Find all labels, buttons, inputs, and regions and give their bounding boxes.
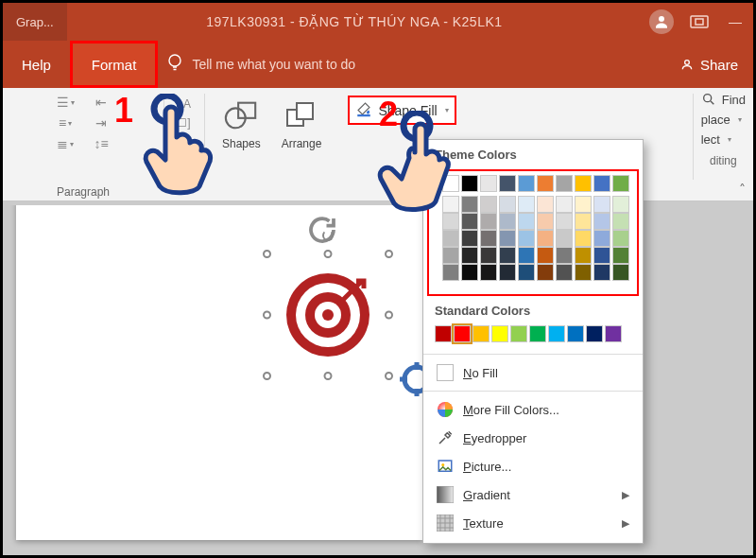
bullets-button[interactable]: ☰▾ (52, 94, 78, 111)
color-swatch[interactable] (556, 175, 573, 192)
color-swatch[interactable] (612, 213, 629, 230)
eyedropper-option[interactable]: Eyedropper (423, 424, 643, 452)
color-swatch[interactable] (472, 325, 490, 342)
color-swatch[interactable] (461, 175, 478, 192)
color-swatch[interactable] (612, 264, 629, 281)
selected-shape[interactable] (267, 254, 388, 375)
increase-indent-button[interactable]: ⇥ (88, 114, 114, 131)
color-swatch[interactable] (605, 325, 622, 342)
color-swatch[interactable] (575, 196, 592, 213)
tell-me-search[interactable]: Tell me what you want to do (167, 53, 355, 76)
picture-fill-option[interactable]: Picture... (423, 452, 643, 480)
color-swatch[interactable] (593, 175, 610, 192)
color-swatch[interactable] (593, 247, 610, 264)
color-swatch[interactable] (537, 213, 554, 230)
color-swatch[interactable] (480, 247, 497, 264)
color-swatch[interactable] (442, 247, 459, 264)
color-swatch[interactable] (575, 247, 592, 264)
rotation-handle[interactable] (322, 230, 334, 241)
align-button[interactable]: ≣▾ (52, 135, 78, 152)
color-swatch[interactable] (480, 175, 497, 192)
color-swatch[interactable] (461, 213, 478, 230)
color-swatch[interactable] (556, 230, 573, 247)
color-swatch[interactable] (537, 247, 554, 264)
color-swatch[interactable] (518, 264, 535, 281)
color-swatch[interactable] (593, 196, 610, 213)
color-swatch[interactable] (480, 196, 497, 213)
numbering-button[interactable]: ≡▾ (52, 114, 78, 131)
texture-fill-option[interactable]: Texture ▶ (423, 509, 643, 537)
no-fill-option[interactable]: No Fill (423, 358, 643, 387)
color-swatch[interactable] (499, 230, 516, 247)
color-swatch[interactable] (537, 264, 554, 281)
color-swatch[interactable] (480, 213, 497, 230)
color-swatch[interactable] (612, 230, 629, 247)
replace-button[interactable]: place▾ (701, 113, 746, 127)
find-button[interactable]: Find (701, 92, 746, 107)
color-swatch[interactable] (586, 325, 603, 342)
resize-handle[interactable] (324, 372, 333, 380)
resize-handle[interactable] (263, 311, 271, 320)
color-swatch[interactable] (461, 230, 478, 247)
color-swatch[interactable] (442, 264, 459, 281)
resize-handle[interactable] (263, 250, 271, 258)
color-swatch[interactable] (518, 196, 535, 213)
color-swatch[interactable] (442, 213, 459, 230)
color-swatch[interactable] (556, 264, 573, 281)
color-swatch[interactable] (556, 213, 573, 230)
color-swatch[interactable] (518, 230, 535, 247)
color-swatch[interactable] (537, 196, 554, 213)
color-swatch[interactable] (593, 264, 610, 281)
more-fill-colors-option[interactable]: More Fill Colors... (423, 395, 643, 424)
color-swatch[interactable] (510, 325, 527, 342)
color-swatch[interactable] (461, 196, 478, 213)
color-swatch[interactable] (461, 247, 478, 264)
resize-handle[interactable] (324, 250, 333, 258)
color-swatch[interactable] (442, 230, 459, 247)
color-swatch[interactable] (612, 196, 629, 213)
color-swatch[interactable] (612, 247, 629, 264)
color-swatch[interactable] (435, 325, 452, 342)
share-button[interactable]: Share (664, 57, 753, 73)
color-swatch[interactable] (491, 325, 508, 342)
color-swatch[interactable] (499, 247, 516, 264)
color-swatch[interactable] (556, 247, 573, 264)
gradient-fill-option[interactable]: Gradient ▶ (423, 480, 643, 509)
display-mode-icon[interactable] (681, 3, 717, 41)
color-swatch[interactable] (575, 264, 592, 281)
color-swatch[interactable] (556, 196, 573, 213)
decrease-indent-button[interactable]: ⇤ (88, 94, 114, 111)
tab-format[interactable]: Format (70, 41, 159, 88)
resize-handle[interactable] (385, 311, 393, 320)
color-swatch[interactable] (537, 175, 554, 192)
arrange-button[interactable]: Arrange (274, 94, 330, 154)
color-swatch[interactable] (593, 230, 610, 247)
color-swatch[interactable] (480, 264, 497, 281)
color-swatch[interactable] (575, 213, 592, 230)
color-swatch[interactable] (518, 175, 535, 192)
color-swatch[interactable] (518, 213, 535, 230)
color-swatch[interactable] (499, 196, 516, 213)
tab-help[interactable]: Help (3, 41, 70, 88)
color-swatch[interactable] (575, 175, 592, 192)
color-swatch[interactable] (537, 230, 554, 247)
color-swatch[interactable] (454, 325, 471, 342)
color-swatch[interactable] (575, 230, 592, 247)
color-swatch[interactable] (612, 175, 629, 192)
color-swatch[interactable] (499, 264, 516, 281)
color-swatch[interactable] (548, 325, 565, 342)
color-swatch[interactable] (461, 264, 478, 281)
resize-handle[interactable] (385, 250, 393, 258)
color-swatch[interactable] (499, 213, 516, 230)
color-swatch[interactable] (499, 175, 516, 192)
color-swatch[interactable] (567, 325, 584, 342)
color-swatch[interactable] (518, 247, 535, 264)
line-spacing-button[interactable]: ↕≡ (88, 135, 114, 152)
minimize-icon[interactable]: — (717, 3, 753, 41)
shapes-button[interactable]: Shapes (215, 94, 268, 154)
color-swatch[interactable] (480, 230, 497, 247)
color-swatch[interactable] (593, 213, 610, 230)
resize-handle[interactable] (385, 372, 393, 380)
resize-handle[interactable] (263, 372, 271, 380)
color-swatch[interactable] (529, 325, 546, 342)
